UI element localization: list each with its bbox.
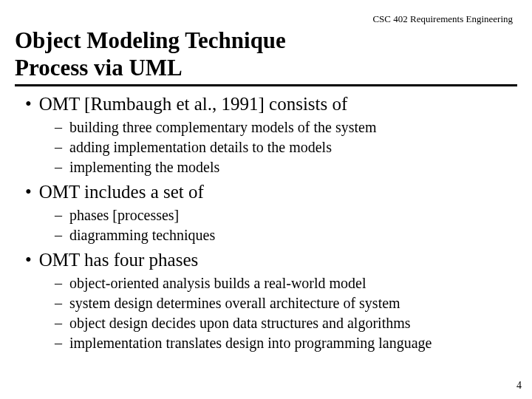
- title-line-2: Process via UML: [15, 55, 183, 81]
- bullet-marker: •: [25, 94, 32, 115]
- sub-bullet-text: object design decides upon data structur…: [69, 313, 411, 333]
- sub-bullet-text: object-oriented analysis builds a real-w…: [69, 273, 366, 293]
- sub-bullet-text: adding implementation details to the mod…: [69, 137, 332, 157]
- dash-marker: –: [55, 205, 62, 225]
- title-line-1: Object Modeling Technique: [15, 27, 286, 53]
- sub-bullet: – building three complementary models of…: [55, 117, 517, 137]
- bullet-omt-includes: • OMT includes a set of: [25, 182, 517, 202]
- sub-bullet: – adding implementation details to the m…: [55, 137, 517, 157]
- dash-marker: –: [55, 137, 62, 157]
- bullet-omt-phases: • OMT has four phases: [25, 250, 517, 270]
- sub-bullet-text: implementing the models: [69, 157, 219, 177]
- slide-content: • OMT [Rumbaugh et al., 1991] consists o…: [15, 94, 517, 353]
- dash-marker: –: [55, 293, 62, 313]
- bullet-marker: •: [25, 250, 32, 270]
- sub-bullet: – phases [processes]: [55, 205, 517, 225]
- dash-marker: –: [55, 313, 62, 333]
- sub-bullet: – diagramming techniques: [55, 225, 517, 245]
- sub-bullet: – implementing the models: [55, 157, 517, 177]
- title-divider: [15, 84, 517, 86]
- sub-group-1: – building three complementary models of…: [55, 117, 517, 177]
- bullet-marker: •: [25, 182, 32, 202]
- sub-bullet: – object-oriented analysis builds a real…: [55, 273, 517, 293]
- sub-bullet: – system design determines overall archi…: [55, 293, 517, 313]
- bullet-omt-consists: • OMT [Rumbaugh et al., 1991] consists o…: [25, 94, 517, 115]
- bullet-text: OMT [Rumbaugh et al., 1991] consists of: [39, 94, 348, 115]
- sub-bullet: – implementation translates design into …: [55, 333, 517, 353]
- page-number: 4: [516, 380, 522, 392]
- sub-bullet-text: building three complementary models of t…: [69, 117, 376, 137]
- dash-marker: –: [55, 117, 62, 137]
- sub-bullet: – object design decides upon data struct…: [55, 313, 517, 333]
- dash-marker: –: [55, 333, 62, 353]
- sub-bullet-text: implementation translates design into pr…: [69, 333, 432, 353]
- dash-marker: –: [55, 225, 62, 245]
- sub-group-3: – object-oriented analysis builds a real…: [55, 273, 517, 353]
- sub-bullet-text: phases [processes]: [69, 205, 179, 225]
- slide-title: Object Modeling Technique Process via UM…: [15, 27, 517, 81]
- dash-marker: –: [55, 157, 62, 177]
- sub-group-2: – phases [processes] – diagramming techn…: [55, 205, 517, 245]
- dash-marker: –: [55, 273, 62, 293]
- course-header: CSC 402 Requirements Engineering: [15, 13, 517, 25]
- bullet-text: OMT has four phases: [39, 250, 198, 270]
- bullet-text: OMT includes a set of: [39, 182, 204, 202]
- sub-bullet-text: diagramming techniques: [69, 225, 215, 245]
- sub-bullet-text: system design determines overall archite…: [69, 293, 400, 313]
